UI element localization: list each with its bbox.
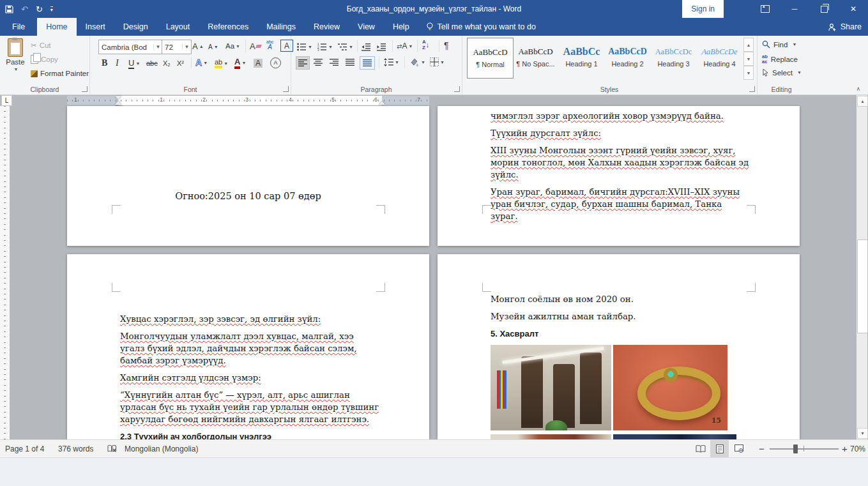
tab-review[interactable]: Review [305,18,349,36]
show-formatting-marks-button[interactable]: ¶ [444,39,449,52]
zoom-slider-thumb[interactable] [793,444,798,453]
tab-references[interactable]: References [199,18,257,36]
superscript-button[interactable]: X² [177,57,184,70]
scrollbar-thumb[interactable] [857,239,868,333]
hanging-indent-marker[interactable] [115,101,121,105]
tab-mailings[interactable]: Mailings [257,18,305,36]
cut-button[interactable]: ✂Cut [31,41,51,50]
paragraph[interactable]: Хамгийн сэтгэлд үлдсэн үзмэр: [120,372,379,384]
close-button[interactable]: ✕ [839,0,868,18]
styles-gallery-expand-icon[interactable]: ▼ [743,66,754,80]
customize-qat-icon[interactable]: ▾ [50,6,53,12]
save-icon[interactable] [5,5,13,13]
zoom-slider-track[interactable] [770,448,839,450]
font-name-combobox[interactable]: Cambria (Bod▼ [98,40,163,54]
font-size-combobox[interactable]: 72▼ [162,40,192,54]
copy-button[interactable]: Copy [31,55,58,64]
font-dialog-launcher[interactable] [283,86,289,92]
styles-dialog-launcher[interactable] [749,86,755,92]
sign-in-button[interactable]: Sign in [682,0,724,18]
highlight-button[interactable]: ab▼ [215,57,228,70]
subscript-button[interactable]: X₂ [163,57,171,70]
horizontal-ruler[interactable]: 1 1 2 3 4 5 6 7 [67,96,429,105]
underline-button[interactable]: U▼ [128,57,140,70]
style-heading-4[interactable]: AaBbCcDe Heading 4 [697,38,742,77]
style-normal[interactable]: AaBbCcD ¶ Normal [467,38,514,79]
share-button[interactable]: Share [828,18,862,36]
italic-button[interactable]: I [116,57,119,70]
tab-layout[interactable]: Layout [157,18,199,36]
paragraph[interactable]: Хувцас хэрэглэл, зэр зэвсэг, эд өлгийн з… [120,313,379,325]
web-layout-button[interactable] [729,440,748,457]
styles-scroll-up-icon[interactable]: ▲ [743,38,754,52]
paragraph[interactable]: Музейн ажилтны аман тайлбар. [491,310,768,323]
bullets-button[interactable]: ▼ [297,40,312,53]
redo-icon[interactable]: ↻ [36,4,43,14]
print-layout-button[interactable] [710,440,729,457]
first-line-indent-marker[interactable] [115,96,121,100]
tab-insert[interactable]: Insert [77,18,114,36]
paragraph[interactable]: Монгол соёлын өв ном 2020 он. [491,293,768,305]
paragraph[interactable]: Түүхийн дурсгалт зүйлс: [491,127,750,139]
ribbon-display-options-button[interactable] [750,0,780,18]
shading-button[interactable]: ▼ [409,56,425,68]
text-effects-button[interactable]: A▼ [195,56,208,69]
museum-photo-partial[interactable] [613,434,736,439]
tab-design[interactable]: Design [114,18,157,36]
tab-home[interactable]: Home [37,18,76,36]
gold-bracelet-photo[interactable]: 15 [613,345,727,430]
clipboard-dialog-launcher[interactable] [82,86,88,92]
tab-file[interactable]: File [0,18,37,36]
align-left-button[interactable] [296,56,310,70]
proofing-errors-icon[interactable] [107,440,117,457]
tab-help[interactable]: Help [384,18,418,36]
page-4[interactable]: Монгол соёлын өв ном 2020 он. Музейн ажи… [438,254,800,439]
font-size-dropdown-icon[interactable]: ▼ [182,44,191,50]
tab-view[interactable]: View [349,18,384,36]
paste-button[interactable]: Paste ▼ [4,38,27,72]
vertical-ruler[interactable] [0,106,10,439]
change-case-button[interactable]: Aa▼ [225,40,240,52]
collapse-ribbon-icon[interactable]: ∧ [856,86,860,92]
font-color-button[interactable]: A▼ [234,56,246,69]
zoom-out-button[interactable]: − [759,440,765,457]
numbering-button[interactable]: 123 ▼ [317,40,333,53]
language-indicator[interactable]: Mongolian (Mongolia) [125,440,198,457]
bold-button[interactable]: B [102,57,107,70]
word-count[interactable]: 376 words [58,440,93,457]
paragraph[interactable]: Монголчуудын уламжлалт дээл хувцас, малг… [120,330,379,367]
shrink-font-button[interactable]: A▼ [208,40,218,53]
date-line[interactable]: Огноо:2025 он 10 сар 07 өдөр [67,190,429,202]
distributed-button[interactable] [360,56,375,70]
scroll-up-icon[interactable]: ▲ [857,96,868,107]
increase-indent-button[interactable] [377,40,386,53]
font-name-dropdown-icon[interactable]: ▼ [153,44,162,50]
zoom-in-button[interactable]: + [842,440,848,457]
clear-formatting-button[interactable]: A [250,40,261,52]
format-painter-button[interactable]: Format Painter [31,70,89,77]
scroll-down-icon[interactable]: ▼ [857,428,868,439]
find-button[interactable]: Find▼ [762,40,796,49]
museum-photo-partial[interactable] [491,434,611,439]
style-heading-1[interactable]: AaBbCc Heading 1 [559,38,604,77]
page-indicator[interactable]: Page 1 of 4 [5,440,44,457]
character-shading-button[interactable]: A [254,57,263,70]
borders-button[interactable]: ▼ [430,56,445,68]
page-3[interactable]: Хувцас хэрэглэл, зэр зэвсэг, эд өлгийн з… [67,254,429,439]
paragraph[interactable]: чимэглэл зэрэг археологийн ховор үзмэрүү… [491,110,750,122]
sort-button[interactable]: AZ ↓ [422,38,429,51]
style-heading-2[interactable]: AaBbCcD Heading 2 [605,38,650,77]
paragraph-dialog-launcher[interactable] [454,86,460,92]
paragraph[interactable]: XIII зууны Монголын эзэнт гүрний үеийн з… [491,144,750,181]
paragraph[interactable]: Уран зураг, баримал, бичгийн дурсгал:XVI… [491,186,750,222]
strikethrough-button[interactable]: abc [146,57,158,70]
section-heading[interactable]: 2.3 Түүхийн ач холбогдолын үнэлгээ [120,430,379,439]
page-1[interactable]: Огноо:2025 он 10 сар 07 өдөр [67,106,429,246]
align-right-button[interactable] [328,56,340,68]
read-mode-button[interactable] [691,440,710,457]
phonetic-guide-button[interactable]: abc A [266,38,273,51]
style-heading-3[interactable]: AaBbCcDc Heading 3 [651,38,696,77]
restore-button[interactable] [809,0,839,18]
vertical-scrollbar[interactable]: ▲ ▼ [857,95,867,439]
line-spacing-button[interactable]: ▼ [384,56,399,68]
